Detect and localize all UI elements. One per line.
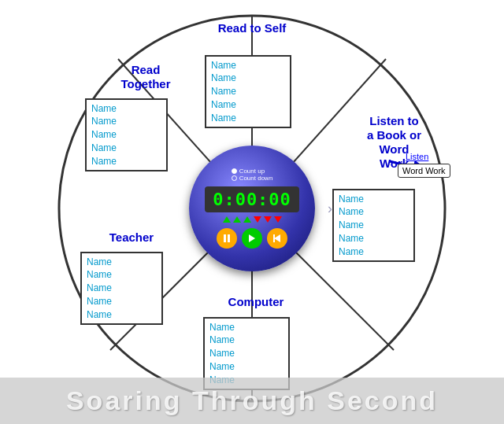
count-up-option[interactable]: Count up — [232, 168, 265, 175]
teacher-label: Teacher — [88, 230, 175, 245]
name-item: Name — [339, 245, 409, 259]
name-item: Name — [211, 72, 285, 85]
read-together-box: Name Name Name Name Name — [85, 98, 168, 172]
name-item: Name — [87, 268, 157, 282]
read-to-self-box: Name Name Name Name Name — [205, 55, 291, 129]
read-to-self-label: Read to Self — [193, 21, 311, 35]
arrow-up-1 — [223, 216, 231, 223]
teacher-box: Name Name Name Name Name — [80, 252, 163, 326]
name-item: Name — [87, 295, 157, 308]
name-item: Name — [209, 334, 284, 347]
name-item: Name — [339, 205, 409, 219]
play-button[interactable] — [242, 228, 262, 249]
name-item: Name — [211, 98, 285, 112]
count-down-label: Count down — [239, 175, 273, 182]
name-item: Name — [339, 219, 409, 232]
count-down-option[interactable]: Count down — [232, 175, 273, 182]
name-item: Name — [87, 282, 157, 295]
timer-circle: Count up Count down 0:00:00 — [189, 146, 315, 271]
arrow-up-2 — [233, 216, 241, 223]
name-item: Name — [209, 321, 284, 334]
name-item: Name — [91, 115, 161, 128]
pause-button[interactable] — [217, 228, 237, 249]
svg-rect-8 — [228, 234, 230, 242]
name-item: Name — [339, 193, 409, 206]
svg-marker-9 — [249, 234, 255, 242]
name-item: Name — [211, 112, 285, 125]
arrow-down-1 — [254, 216, 261, 223]
main-container: Read to Self Name Name Name Name Name Re… — [0, 0, 504, 424]
name-item: Name — [91, 155, 161, 168]
name-item: Name — [211, 85, 285, 98]
name-item: Name — [339, 232, 409, 245]
arrow-down-2 — [264, 216, 272, 223]
watermark: Soaring Through Second — [0, 378, 504, 424]
name-item: Name — [87, 256, 157, 269]
side-listen-label[interactable]: Listen — [406, 152, 428, 161]
name-item: Name — [91, 128, 161, 142]
timer-display: 0:00:00 — [205, 186, 299, 212]
svg-rect-11 — [273, 234, 275, 242]
count-up-label: Count up — [239, 168, 265, 175]
listen-box: Name Name Name Name Name — [332, 189, 415, 263]
name-item: Name — [87, 308, 157, 322]
mode-selector: Count up Count down — [232, 168, 273, 182]
arrow-up-3 — [243, 216, 251, 223]
wheel-container: Read to Self Name Name Name Name Name Re… — [55, 12, 449, 405]
name-item: Name — [211, 59, 285, 72]
svg-rect-7 — [224, 234, 226, 242]
computer-label: Computer — [209, 295, 303, 309]
name-item: Name — [209, 347, 284, 360]
arrows-row — [223, 216, 282, 223]
arrow-down-3 — [274, 216, 282, 223]
radio-count-down — [232, 175, 237, 181]
chevron-right-icon: › — [328, 200, 332, 216]
rewind-button[interactable] — [267, 228, 287, 249]
read-together-label: Read Together — [94, 63, 197, 91]
name-item: Name — [209, 360, 284, 374]
svg-marker-10 — [274, 234, 280, 242]
name-item: Name — [91, 142, 161, 155]
name-item: Name — [91, 102, 161, 116]
radio-count-up — [232, 168, 237, 174]
controls-row — [217, 228, 287, 249]
side-word-work-label[interactable]: Word Work — [398, 164, 450, 178]
